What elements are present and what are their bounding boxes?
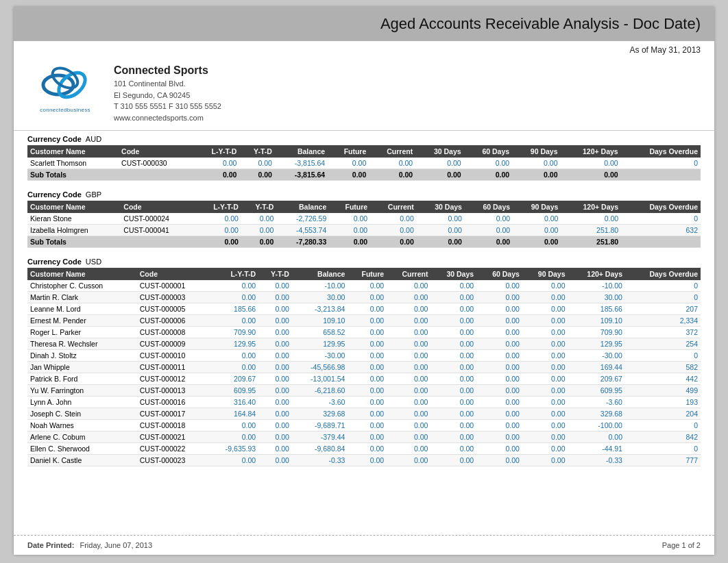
cell-d120: 109.10 xyxy=(568,315,625,327)
cell-name: Scarlett Thomson xyxy=(27,158,119,169)
table-header-row: Customer NameCodeL-Y-T-DY-T-DBalanceFutu… xyxy=(27,201,701,213)
cell-lytd: 0.00 xyxy=(196,213,241,225)
cell-name: Ellen C. Sherwood xyxy=(27,443,137,455)
cell-future: 0.00 xyxy=(348,385,387,397)
table-row: Yu W. FarringtonCUST-000013609.950.00-6,… xyxy=(27,385,701,397)
table-row: Ellen C. SherwoodCUST-000022-9,635.930.0… xyxy=(27,443,701,455)
cell-d30: 0.00 xyxy=(430,443,476,455)
table-row: Roger L. ParkerCUST-000008709.900.00658.… xyxy=(27,327,701,338)
cell-d90: 0.00 xyxy=(522,431,568,443)
cell-d60: 0.00 xyxy=(465,225,513,236)
table-row: Daniel K. CastleCUST-0000230.000.00-0.33… xyxy=(27,455,701,466)
cell-d120: 709.90 xyxy=(568,327,625,338)
cell-lytd: 209.67 xyxy=(208,373,258,385)
cell-d60: 0.00 xyxy=(476,455,522,466)
cell-current: 0.00 xyxy=(370,225,417,236)
cell-d120: 329.68 xyxy=(568,408,625,420)
cell-code: CUST-000010 xyxy=(137,350,208,362)
cell-current: 0.00 xyxy=(387,362,430,373)
cell-ytd: 0.00 xyxy=(258,280,292,292)
subtotal-cell-8: 0.00 xyxy=(465,236,513,248)
cell-current: 0.00 xyxy=(387,455,430,466)
cell-lytd: 0.00 xyxy=(208,431,258,443)
data-table: Customer NameCodeL-Y-T-DY-T-DBalanceFutu… xyxy=(27,268,701,466)
report-title: Aged Accounts Receivable Analysis - Doc … xyxy=(27,15,701,33)
col-header-1: Code xyxy=(137,268,208,280)
table-row: Kieran StoneCUST-0000240.000.00-2,726.59… xyxy=(27,213,701,225)
cell-ytd: 0.00 xyxy=(258,420,292,431)
cell-ytd: 0.00 xyxy=(258,373,292,385)
col-header-8: 60 Days xyxy=(476,268,522,280)
col-header-9: 90 Days xyxy=(522,268,568,280)
cell-lytd: 609.95 xyxy=(208,385,258,397)
col-header-9: 90 Days xyxy=(513,201,561,213)
cell-d120: -30.00 xyxy=(568,350,625,362)
col-header-11: Days Overdue xyxy=(621,201,701,213)
cell-overdue: 777 xyxy=(625,455,701,466)
cell-name: Noah Warnes xyxy=(27,420,137,431)
cell-lytd: 0.00 xyxy=(208,420,258,431)
cell-code: CUST-000012 xyxy=(137,373,208,385)
subtotal-cell-10: 0.00 xyxy=(561,169,621,181)
subtotal-cell-7: 0.00 xyxy=(417,236,465,248)
cell-lytd: 0.00 xyxy=(208,292,258,303)
cell-lytd: -9,635.93 xyxy=(208,443,258,455)
cell-current: 0.00 xyxy=(387,350,430,362)
cell-d30: 0.00 xyxy=(430,338,476,350)
cell-d120: -3.60 xyxy=(568,397,625,408)
cell-d90: 0.00 xyxy=(522,443,568,455)
cell-d30: 0.00 xyxy=(430,350,476,362)
subtotal-cell-3: 0.00 xyxy=(239,169,274,181)
cell-future: 0.00 xyxy=(348,431,387,443)
cell-name: Leanne M. Lord xyxy=(27,303,137,315)
cell-name: Roger L. Parker xyxy=(27,327,137,338)
subtotal-cell-1 xyxy=(121,236,196,248)
currency-section-USD: Currency CodeUSDCustomer NameCodeL-Y-T-D… xyxy=(27,258,701,466)
cell-balance: 329.68 xyxy=(292,408,348,420)
cell-ytd: 0.00 xyxy=(258,315,292,327)
cell-name: Yu W. Farrington xyxy=(27,385,137,397)
col-header-5: Future xyxy=(329,201,370,213)
cell-d60: 0.00 xyxy=(476,327,522,338)
cell-d90: 0.00 xyxy=(522,338,568,350)
cell-name: Kieran Stone xyxy=(27,213,121,225)
cell-lytd: 0.00 xyxy=(208,455,258,466)
cell-current: 0.00 xyxy=(387,373,430,385)
cell-ytd: 0.00 xyxy=(258,327,292,338)
subtotal-cell-10: 251.80 xyxy=(561,236,621,248)
cell-d60: 0.00 xyxy=(465,213,513,225)
cell-balance: -3,213.84 xyxy=(292,303,348,315)
col-header-0: Customer Name xyxy=(27,268,137,280)
col-header-11: Days Overdue xyxy=(625,268,701,280)
cell-code: CUST-000001 xyxy=(137,280,208,292)
logo-area: connectedbusiness xyxy=(27,64,103,113)
cell-balance: -3.60 xyxy=(292,397,348,408)
col-header-3: Y-T-D xyxy=(258,268,292,280)
cell-balance: 658.52 xyxy=(292,327,348,338)
currency-section-GBP: Currency CodeGBPCustomer NameCodeL-Y-T-D… xyxy=(27,190,701,248)
cell-overdue: 0 xyxy=(625,292,701,303)
cell-ytd: 0.00 xyxy=(258,292,292,303)
cell-d30: 0.00 xyxy=(430,385,476,397)
cell-code: CUST-000006 xyxy=(137,315,208,327)
cell-balance: -10.00 xyxy=(292,280,348,292)
cell-future: 0.00 xyxy=(329,213,370,225)
report-content: Currency CodeAUDCustomer NameCodeL-Y-T-D… xyxy=(14,131,714,517)
cell-future: 0.00 xyxy=(348,373,387,385)
cell-d120: 251.80 xyxy=(561,225,621,236)
col-header-5: Future xyxy=(328,145,369,158)
cell-overdue: 2,334 xyxy=(625,315,701,327)
subtotal-row: Sub Totals0.000.00-3,815.640.000.000.000… xyxy=(27,169,701,181)
cell-d90: 0.00 xyxy=(522,408,568,420)
cell-d60: 0.00 xyxy=(476,385,522,397)
cell-overdue: 632 xyxy=(621,225,701,236)
cell-overdue: 193 xyxy=(625,397,701,408)
cell-d90: 0.00 xyxy=(522,385,568,397)
cell-overdue: 842 xyxy=(625,431,701,443)
subtotal-cell-9: 0.00 xyxy=(512,169,560,181)
cell-d30: 0.00 xyxy=(430,431,476,443)
cell-current: 0.00 xyxy=(387,431,430,443)
subtotal-row: Sub Totals0.000.00-7,280.330.000.000.000… xyxy=(27,236,701,248)
cell-d90: 0.00 xyxy=(522,362,568,373)
cell-ytd: 0.00 xyxy=(258,362,292,373)
